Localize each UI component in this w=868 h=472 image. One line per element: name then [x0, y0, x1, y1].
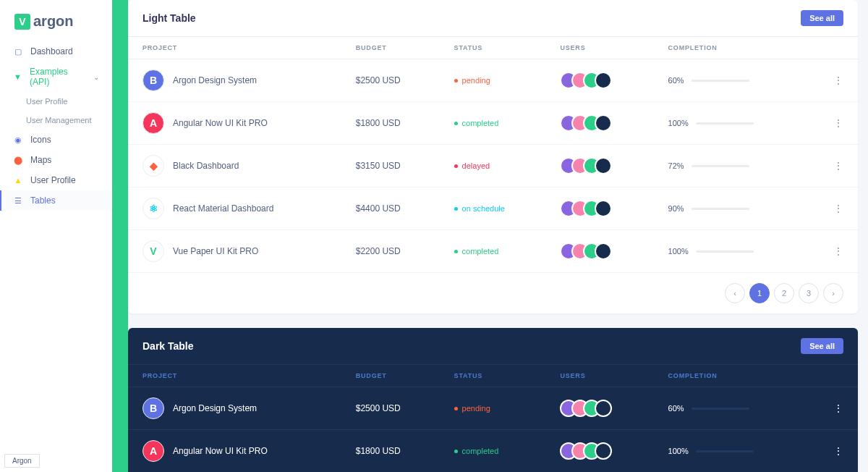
status-text: delayed: [462, 161, 490, 170]
nav-maps[interactable]: ⬤Maps: [0, 150, 112, 170]
project-icon: A: [142, 112, 164, 134]
layers-icon: ▼: [13, 72, 22, 82]
project-cell: A Angular Now UI Kit PRO: [142, 112, 327, 134]
progress-bar: [692, 408, 749, 410]
project-name: Argon Design System: [173, 75, 257, 85]
table-row: A Angular Now UI Kit PRO $1800 USD compl…: [128, 430, 858, 473]
status-cell: on schedule: [454, 204, 532, 213]
dark-table: PROJECT BUDGET STATUS USERS COMPLETION B…: [128, 365, 858, 472]
col-budget: BUDGET: [341, 37, 440, 59]
light-table-title: Light Table: [142, 12, 196, 24]
completion-pct: 72%: [668, 161, 684, 170]
status-dot-icon: [454, 450, 458, 453]
avatar: [595, 157, 612, 174]
project-name: Angular Now UI Kit PRO: [173, 446, 268, 456]
status-dot-icon: [454, 207, 458, 211]
row-actions[interactable]: ⋮: [806, 59, 858, 102]
project-name: Argon Design System: [173, 403, 257, 413]
row-actions[interactable]: ⋮: [806, 145, 858, 187]
users-cell: [560, 400, 639, 417]
status-text: on schedule: [462, 204, 505, 213]
status-cell: completed: [454, 447, 532, 455]
col-completion: COMPLETION: [654, 365, 807, 387]
status-text: completed: [462, 119, 499, 127]
project-cell: A Angular Now UI Kit PRO: [142, 440, 327, 462]
row-actions[interactable]: ⋮: [806, 430, 858, 473]
project-cell: B Argon Design System: [142, 69, 327, 91]
avatar: [595, 243, 612, 260]
nav-user-management[interactable]: User Management: [0, 111, 112, 130]
accent-strip: [112, 0, 128, 472]
completion-pct: 60%: [668, 404, 684, 413]
status-dot-icon: [454, 250, 458, 253]
table-row: V Vue Paper UI Kit PRO $2200 USD complet…: [128, 230, 858, 273]
col-project: PROJECT: [128, 365, 341, 387]
row-actions[interactable]: ⋮: [806, 102, 858, 145]
users-cell: [560, 442, 639, 460]
brand-logo[interactable]: V argon: [0, 7, 112, 41]
project-cell: B Argon Design System: [142, 397, 327, 419]
brand-icon: V: [14, 14, 30, 30]
light-table: PROJECT BUDGET STATUS USERS COMPLETION B…: [128, 37, 858, 273]
brand-text: argon: [33, 13, 74, 30]
progress-bar: [692, 208, 749, 210]
avatar: [595, 200, 612, 217]
completion-cell: 60%: [668, 404, 792, 413]
status-cell: completed: [454, 247, 532, 256]
nav-tables[interactable]: ☰Tables: [0, 190, 112, 211]
completion-cell: 72%: [668, 161, 792, 170]
row-actions[interactable]: ⋮: [806, 387, 858, 430]
pagination: ‹ 1 2 3 ›: [128, 273, 858, 313]
nav-user-profile[interactable]: ▲User Profile: [0, 170, 112, 190]
chevron-down-icon: ⌄: [93, 73, 99, 81]
footer-tag: Argon: [4, 454, 40, 468]
status-cell: pending: [454, 76, 532, 85]
status-dot-icon: [454, 164, 458, 168]
row-actions[interactable]: ⋮: [806, 187, 858, 230]
pin-icon: ⬤: [13, 155, 23, 165]
dark-table-header: Dark Table See all: [128, 328, 858, 365]
avatar: [595, 72, 612, 89]
nav-icons[interactable]: ◉Icons: [0, 130, 112, 150]
nav-examples[interactable]: ▼Examples (API)⌄: [0, 62, 112, 92]
status-text: completed: [462, 447, 499, 455]
completion-cell: 100%: [668, 119, 792, 127]
page-3[interactable]: 3: [799, 283, 819, 303]
page-2[interactable]: 2: [774, 283, 794, 303]
completion-cell: 100%: [668, 247, 792, 256]
nav-user-profile-sub[interactable]: User Profile: [0, 92, 112, 111]
completion-pct: 60%: [668, 76, 684, 85]
list-icon: ☰: [13, 195, 23, 206]
project-cell: V Vue Paper UI Kit PRO: [142, 240, 327, 262]
dark-table-title: Dark Table: [142, 340, 194, 352]
status-dot-icon: [454, 79, 458, 83]
nav-list: ▢Dashboard ▼Examples (API)⌄ User Profile…: [0, 41, 112, 470]
see-all-button[interactable]: See all: [801, 338, 843, 354]
project-icon: V: [142, 240, 164, 262]
project-icon: ◆: [142, 155, 164, 177]
page-prev[interactable]: ‹: [725, 283, 745, 303]
dark-table-card: Dark Table See all PROJECT BUDGET STATUS…: [128, 328, 858, 472]
sidebar: V argon ▢Dashboard ▼Examples (API)⌄ User…: [0, 0, 112, 472]
avatar: [595, 114, 612, 132]
status-cell: pending: [454, 404, 532, 413]
budget-cell: $3150 USD: [341, 145, 440, 187]
completion-cell: 60%: [668, 76, 792, 85]
see-all-button[interactable]: See all: [801, 10, 843, 26]
project-icon: B: [142, 397, 164, 419]
table-row: ◆ Black Dashboard $3150 USD delayed 72% …: [128, 145, 858, 187]
page-next[interactable]: ›: [823, 283, 843, 303]
project-cell: ⚛ React Material Dashboard: [142, 198, 327, 219]
budget-cell: $2500 USD: [341, 59, 440, 102]
col-budget: BUDGET: [341, 365, 440, 387]
page-1[interactable]: 1: [749, 283, 770, 303]
col-completion: COMPLETION: [654, 37, 807, 59]
nav-dashboard[interactable]: ▢Dashboard: [0, 41, 112, 62]
row-actions[interactable]: ⋮: [806, 230, 858, 273]
main-content: Light Table See all PROJECT BUDGET STATU…: [128, 0, 868, 472]
project-name: Angular Now UI Kit PRO: [173, 118, 268, 128]
users-cell: [560, 114, 639, 132]
progress-bar: [696, 450, 754, 452]
project-icon: B: [142, 69, 164, 91]
project-name: React Material Dashboard: [173, 203, 273, 214]
